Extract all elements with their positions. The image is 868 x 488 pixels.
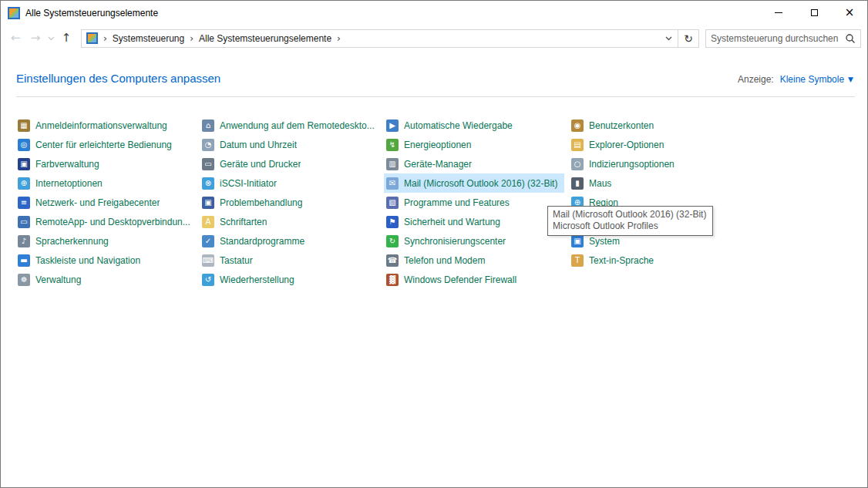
control-panel-item[interactable]: ↯Energieoptionen (384, 135, 564, 154)
control-panel-item-label: Datum und Uhrzeit (220, 140, 297, 150)
control-panel-item[interactable]: ◔Datum und Uhrzeit (200, 135, 379, 154)
header-divider (16, 96, 855, 97)
control-panel-item-label: Tastatur (220, 255, 253, 266)
control-panel-item[interactable]: ☸Verwaltung (15, 270, 195, 289)
tooltip: Mail (Microsoft Outlook 2016) (32-Bit) M… (547, 206, 713, 236)
control-panel-item[interactable]: ⊗iSCSI-Initiator (200, 173, 379, 193)
control-panel-item-label: Windows Defender Firewall (404, 274, 516, 285)
control-panel-item[interactable]: ▭RemoteApp- und Desktopverbindun... (15, 212, 195, 231)
close-icon: × (845, 7, 855, 19)
control-panel-item-label: Schriftarten (220, 217, 267, 227)
control-panel-item[interactable]: ≡Netzwerk- und Freigabecenter (15, 193, 195, 212)
control-panel-item-label: Anmeldeinformationsverwaltung (35, 120, 167, 131)
chevron-down-icon (48, 36, 55, 41)
default-programs-icon: ✓ (202, 235, 214, 247)
sync-center-icon: ↻ (386, 235, 399, 247)
control-panel-item[interactable]: ▣Farbverwaltung (15, 154, 195, 173)
control-panel-item[interactable]: ⌨Tastatur (200, 251, 379, 270)
back-arrow-icon: ← (11, 32, 21, 44)
view-control: Anzeige: Kleine Symbole ▼ (738, 74, 853, 85)
tooltip-line1: Mail (Microsoft Outlook 2016) (32-Bit) (553, 209, 706, 220)
control-panel-item[interactable]: ✓Standardprogramme (200, 231, 379, 251)
control-panel-item[interactable]: ✉Mail (Microsoft Outlook 2016) (32-Bit) (384, 173, 564, 193)
control-panel-app-icon (8, 7, 20, 19)
control-panel-item[interactable]: ⚑Sicherheit und Wartung (384, 212, 564, 231)
control-panel-item[interactable]: ▭Geräte und Drucker (200, 154, 379, 173)
security-maintenance-icon: ⚑ (386, 216, 399, 228)
control-panel-item[interactable]: ▦Anmeldeinformationsverwaltung (15, 116, 195, 135)
tooltip-line2: Microsoft Outlook Profiles (553, 220, 706, 232)
windows-firewall-icon: ▓ (386, 274, 399, 286)
control-panel-item[interactable]: ☎Telefon und Modem (384, 251, 564, 270)
control-panel-item-label: Standardprogramme (220, 236, 304, 247)
recovery-icon: ↺ (202, 274, 214, 286)
breadcrumb-separator-icon: › (98, 33, 113, 44)
device-manager-icon: ▥ (386, 158, 399, 170)
control-panel-item[interactable]: ASchriftarten (200, 212, 379, 231)
mail-outlook-icon: ✉ (386, 177, 399, 190)
control-panel-item[interactable]: TText-in-Sprache (569, 251, 749, 270)
control-panel-item[interactable]: ▧Programme und Features (384, 193, 564, 212)
forward-arrow-icon: → (31, 32, 41, 44)
control-panel-item-label: Problembehandlung (220, 197, 302, 208)
breadcrumb-segment[interactable]: Systemsteuerung (113, 33, 184, 44)
control-panel-item[interactable]: ◉Benutzerkonten (569, 116, 749, 135)
control-panel-item-label: Programme und Features (404, 197, 510, 208)
control-panel-item[interactable]: ▥Geräte-Manager (384, 154, 564, 173)
control-panel-item[interactable]: ▣Problembehandlung (200, 193, 379, 212)
breadcrumb-separator-icon: › (184, 33, 199, 44)
breadcrumb-segment[interactable]: Alle Systemsteuerungselemente (199, 33, 331, 44)
view-label: Anzeige: (738, 74, 774, 85)
control-panel-item-label: Benutzerkonten (589, 120, 654, 131)
control-panel-item[interactable]: ◎Center für erleichterte Bedienung (15, 135, 195, 154)
search-input[interactable] (711, 33, 845, 44)
control-panel-item-label: Energieoptionen (404, 140, 471, 150)
refresh-button[interactable]: ↻ (678, 30, 698, 47)
network-sharing-center-icon: ≡ (18, 197, 30, 209)
control-panel-item[interactable]: ○Indizierungsoptionen (569, 154, 749, 173)
control-panel-item[interactable]: ▓Windows Defender Firewall (384, 270, 564, 289)
control-panel-item[interactable]: ♪Spracherkennung (15, 231, 195, 251)
control-panel-item-label: Netzwerk- und Freigabecenter (35, 197, 160, 208)
control-panel-window: Alle Systemsteuerungselemente × ← → ↑ ›S… (0, 0, 868, 488)
control-panel-location-icon (86, 32, 98, 44)
search-icon (845, 33, 856, 44)
up-button[interactable]: ↑ (56, 29, 76, 49)
forward-button[interactable]: → (25, 29, 45, 49)
breadcrumb: ›Systemsteuerung›Alle Systemsteuerungsel… (98, 30, 346, 47)
address-bar-controls: ↻ (659, 30, 698, 47)
control-panel-item[interactable]: ▤Explorer-Optionen (569, 135, 749, 154)
control-panel-item[interactable]: ↺Wiederherstellung (200, 270, 379, 289)
control-panel-item[interactable]: ⌂Anwendung auf dem Remotedeskto... (200, 116, 379, 135)
title-bar: Alle Systemsteuerungselemente × (1, 1, 867, 25)
control-panel-item[interactable]: ↻Synchronisierungscenter (384, 231, 564, 251)
close-button[interactable]: × (832, 1, 867, 25)
control-panel-item[interactable]: ▶Automatische Wiedergabe (384, 116, 564, 135)
window-title: Alle Systemsteuerungselemente (25, 8, 158, 19)
control-panel-item-label: Center für erleichterte Bedienung (35, 140, 172, 150)
control-panel-item-label: Sicherheit und Wartung (404, 217, 500, 227)
control-panel-item[interactable]: ▮Maus (569, 173, 749, 193)
taskbar-navigation-icon: ▬ (18, 254, 30, 267)
control-panel-item-label: Automatische Wiedergabe (404, 120, 513, 131)
control-panel-item-label: Indizierungsoptionen (589, 159, 675, 170)
control-panel-item-label: Synchronisierungscenter (404, 236, 506, 247)
minimize-button[interactable] (761, 1, 796, 25)
window-controls: × (761, 1, 867, 25)
control-panel-item-label: Anwendung auf dem Remotedeskto... (220, 120, 375, 131)
control-panel-item[interactable]: ▬Taskleiste und Navigation (15, 251, 195, 270)
back-button[interactable]: ← (5, 29, 25, 49)
administrative-tools-icon: ☸ (18, 274, 30, 286)
maximize-button[interactable] (796, 1, 832, 25)
control-panel-item[interactable]: ⊕Internetoptionen (15, 173, 195, 193)
navigation-toolbar: ← → ↑ ›Systemsteuerung›Alle Systemsteuer… (1, 25, 867, 52)
control-panel-item-label: Verwaltung (35, 274, 81, 285)
system-icon: ▣ (571, 235, 584, 247)
recent-pages-dropdown[interactable] (45, 29, 56, 49)
control-panel-item-label: Wiederherstellung (220, 274, 294, 285)
view-size-dropdown[interactable]: Kleine Symbole ▼ (780, 74, 853, 85)
address-dropdown-button[interactable] (659, 30, 678, 47)
indexing-options-icon: ○ (571, 158, 584, 170)
control-panel-item-label: Maus (589, 178, 611, 189)
address-bar[interactable]: ›Systemsteuerung›Alle Systemsteuerungsel… (81, 29, 699, 48)
